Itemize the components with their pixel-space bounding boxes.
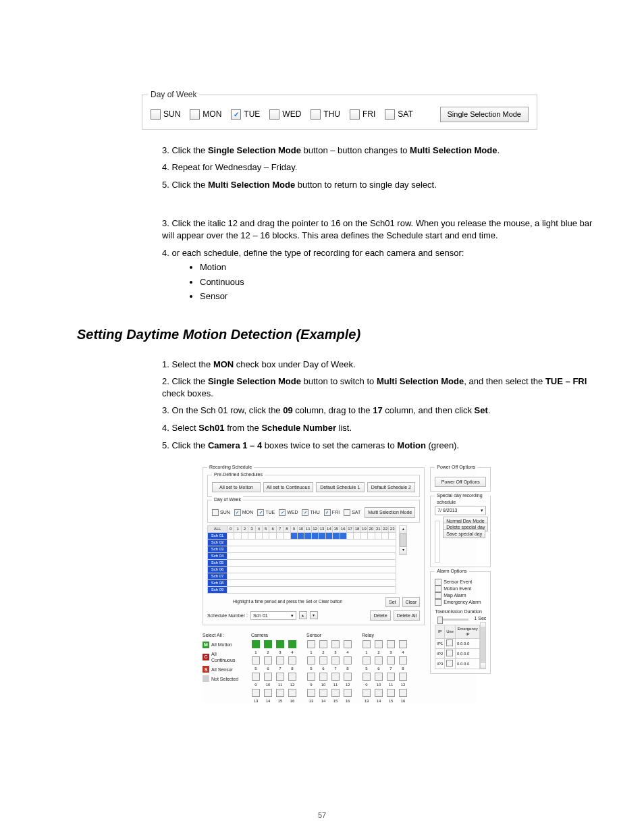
sensor-checkbox[interactable]: [344, 656, 352, 664]
scroll-down-icon[interactable]: [481, 663, 485, 669]
camera-5-checkbox[interactable]: [252, 656, 260, 664]
all-set-continuous-button[interactable]: All set to Continuous: [263, 482, 313, 492]
camera-11-checkbox[interactable]: [276, 673, 284, 681]
sensor-event-checkbox[interactable]: [435, 579, 441, 585]
relay-checkbox[interactable]: [387, 673, 395, 681]
all-motion-button[interactable]: MAll Motion: [203, 642, 242, 648]
relay-checkbox[interactable]: [363, 673, 371, 681]
schedule-all-header[interactable]: ALL: [208, 525, 227, 532]
day-wed[interactable]: WED: [269, 109, 301, 120]
camera-14-checkbox[interactable]: [264, 689, 272, 697]
relay-checkbox[interactable]: [375, 689, 383, 697]
relay-checkbox[interactable]: [375, 640, 383, 648]
day-thu[interactable]: THU: [311, 109, 340, 120]
relay-checkbox[interactable]: [399, 673, 407, 681]
ip2-use-checkbox[interactable]: [446, 650, 453, 656]
sensor-checkbox[interactable]: [319, 673, 327, 681]
step-up-button[interactable]: ▴: [299, 611, 307, 619]
sensor-checkbox[interactable]: [319, 689, 327, 697]
camera-15-checkbox[interactable]: [276, 689, 284, 697]
motion-event-checkbox[interactable]: [435, 585, 441, 592]
day-mon[interactable]: MON: [190, 109, 221, 120]
sensor-checkbox[interactable]: [307, 640, 315, 648]
scroll-up-icon[interactable]: ▴: [400, 526, 406, 533]
scroll-up-icon[interactable]: [481, 623, 485, 628]
sensor-checkbox[interactable]: [331, 673, 340, 681]
special-date-input[interactable]: 7/ 8/2013 ▾: [435, 506, 486, 515]
camera-1-checkbox[interactable]: [252, 640, 260, 648]
relay-checkbox[interactable]: [399, 640, 407, 648]
not-selected-button[interactable]: Not Selected: [203, 675, 242, 682]
mini-day-tue[interactable]: ✓TUE: [257, 509, 275, 516]
save-special-day-button[interactable]: Save special day: [443, 529, 485, 538]
delete-all-button[interactable]: Delete All: [394, 610, 421, 621]
scroll-thumb[interactable]: [400, 533, 406, 547]
ip3-use-checkbox[interactable]: [446, 660, 453, 667]
map-alarm-checkbox[interactable]: [435, 592, 441, 599]
default-schedule-1-button[interactable]: Default Schedule 1: [316, 482, 365, 492]
camera-12-checkbox[interactable]: [288, 673, 296, 681]
sensor-checkbox[interactable]: [307, 689, 315, 697]
clear-button[interactable]: Clear: [402, 597, 421, 607]
sensor-checkbox[interactable]: [344, 640, 352, 648]
sensor-checkbox[interactable]: [331, 689, 340, 697]
mini-day-thu[interactable]: ✓THU: [302, 509, 319, 516]
duration-slider[interactable]: [437, 619, 468, 621]
camera-2-checkbox[interactable]: [264, 640, 272, 648]
relay-checkbox[interactable]: [387, 640, 395, 648]
sensor-checkbox[interactable]: [319, 656, 327, 664]
ip1-use-checkbox[interactable]: [446, 640, 453, 646]
camera-4-checkbox[interactable]: [288, 640, 296, 648]
sensor-checkbox[interactable]: [331, 640, 340, 648]
ip2-field[interactable]: 0.0.0.0: [455, 648, 479, 658]
relay-checkbox[interactable]: [375, 656, 383, 664]
day-tue[interactable]: ✓ TUE: [231, 109, 260, 120]
mini-day-sun[interactable]: SUN: [212, 509, 230, 516]
scroll-thumb[interactable]: [481, 628, 485, 662]
all-continuous-button[interactable]: CAll Continuous: [203, 651, 242, 664]
all-set-motion-button[interactable]: All set to Motion: [212, 482, 261, 492]
day-fri[interactable]: FRI: [350, 109, 375, 120]
relay-checkbox[interactable]: [363, 689, 371, 697]
step-down-button[interactable]: ▾: [310, 611, 318, 619]
sensor-checkbox[interactable]: [319, 640, 327, 648]
default-schedule-2-button[interactable]: Default Schedule 2: [367, 482, 416, 492]
camera-16-checkbox[interactable]: [288, 689, 296, 697]
slider-knob-icon[interactable]: [437, 617, 443, 624]
camera-8-checkbox[interactable]: [288, 656, 296, 664]
camera-13-checkbox[interactable]: [252, 689, 260, 697]
sensor-checkbox[interactable]: [344, 689, 352, 697]
schedule-grid[interactable]: ALL 0123 4567 891011 12131415 16171819 2…: [207, 525, 396, 594]
relay-checkbox[interactable]: [363, 656, 371, 664]
emergency-alarm-checkbox[interactable]: [435, 599, 441, 606]
relay-checkbox[interactable]: [387, 689, 395, 697]
schedule-scrollbar[interactable]: ▴ ▾: [399, 525, 407, 555]
camera-6-checkbox[interactable]: [264, 656, 272, 664]
relay-checkbox[interactable]: [399, 689, 407, 697]
ip1-field[interactable]: 0.0.0.0: [455, 638, 479, 648]
sensor-checkbox[interactable]: [331, 656, 340, 664]
camera-10-checkbox[interactable]: [264, 673, 272, 681]
power-off-button[interactable]: Power Off Options: [435, 477, 486, 487]
schedule-number-dropdown[interactable]: Sch 01 ▾: [250, 611, 296, 620]
all-sensor-button[interactable]: SAll Sensor: [203, 666, 242, 673]
mini-day-sat[interactable]: SAT: [344, 509, 360, 516]
mini-day-fri[interactable]: ✓FRI: [324, 509, 340, 516]
day-sat[interactable]: SAT: [385, 109, 412, 120]
camera-7-checkbox[interactable]: [276, 656, 284, 664]
camera-9-checkbox[interactable]: [252, 673, 260, 681]
ip3-field[interactable]: 0.0.0.0: [455, 658, 479, 669]
mini-day-mon[interactable]: ✓MON: [234, 509, 253, 516]
relay-checkbox[interactable]: [387, 656, 395, 664]
special-day-list[interactable]: [435, 521, 440, 563]
camera-3-checkbox[interactable]: [276, 640, 284, 648]
selection-mode-button[interactable]: Single Selection Mode: [440, 107, 529, 122]
scroll-down-icon[interactable]: ▾: [400, 547, 406, 554]
sensor-checkbox[interactable]: [307, 656, 315, 664]
mini-selection-mode-button[interactable]: Multi Selection Mode: [365, 507, 415, 517]
sensor-checkbox[interactable]: [307, 673, 315, 681]
set-button[interactable]: Set: [385, 597, 400, 607]
sensor-checkbox[interactable]: [344, 673, 352, 681]
relay-checkbox[interactable]: [375, 673, 383, 681]
day-sun[interactable]: SUN: [151, 109, 180, 120]
